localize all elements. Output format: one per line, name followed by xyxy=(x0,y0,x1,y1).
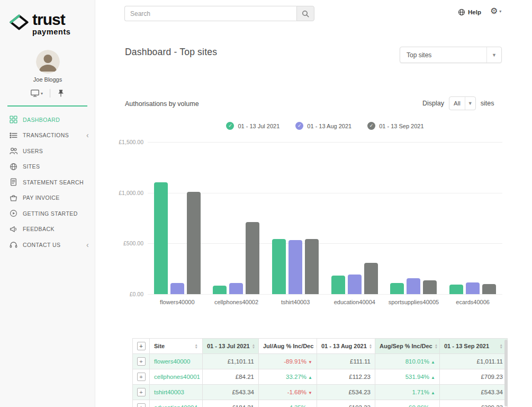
sep-value-cell: £709.23 xyxy=(440,369,508,385)
sidebar-item-statement-search[interactable]: STATEMENT SEARCH xyxy=(0,174,95,190)
expand-row-button[interactable]: + xyxy=(137,357,146,366)
chevron-left-icon: ‹ xyxy=(86,131,89,139)
bar-education40004[interactable] xyxy=(331,276,345,294)
bar-education40004[interactable] xyxy=(364,263,378,294)
sidebar-item-dashboard[interactable]: DASHBOARD xyxy=(0,112,95,128)
monitor-icon xyxy=(31,90,39,97)
bar-sportsupplies40005[interactable] xyxy=(390,283,404,294)
bar-sportsupplies40005[interactable] xyxy=(423,280,437,294)
x-axis-label: flowers40000 xyxy=(154,299,201,305)
table-header-row: +Site▲▼01 - 13 Jul 2021▲▼Jul/Aug % Inc/D… xyxy=(133,339,508,354)
bar-tshirt40003[interactable] xyxy=(272,239,286,294)
help-button[interactable]: Help xyxy=(458,8,481,16)
display-count-select[interactable]: All ▼ xyxy=(449,96,476,110)
table-row: +cellphones40001£84.2133.27%▲£112.23531.… xyxy=(133,369,508,385)
site-link[interactable]: flowers40000 xyxy=(154,358,190,365)
legend-item[interactable]: ✓01 - 13 Sep 2021 xyxy=(367,122,423,130)
sidebar-item-users[interactable]: USERS xyxy=(0,143,95,159)
sidebar-item-pay-invoice[interactable]: PAY INVOICE xyxy=(0,190,95,206)
feedback-icon xyxy=(10,225,17,233)
x-axis-label: ecards40006 xyxy=(449,299,496,305)
help-label: Help xyxy=(468,9,481,15)
trend-down-icon: ▼ xyxy=(308,360,312,365)
expand-row-button[interactable]: + xyxy=(137,388,146,396)
display-count-value: All xyxy=(449,100,465,107)
bar-tshirt40003[interactable] xyxy=(288,240,302,294)
bar-flowers40000[interactable] xyxy=(154,182,168,294)
search-input[interactable] xyxy=(124,6,296,21)
getting-started-icon xyxy=(10,209,17,217)
bar-cellphones40002[interactable] xyxy=(213,286,227,294)
bar-flowers40000[interactable] xyxy=(187,192,201,295)
pin-button[interactable] xyxy=(57,90,65,97)
jul-aug-pct-cell: -89.91%▼ xyxy=(259,354,317,369)
x-axis-label: education40004 xyxy=(331,299,378,305)
bar-ecards40006[interactable] xyxy=(466,282,480,294)
aug-value-cell: £192.23 xyxy=(317,400,375,407)
sidebar-item-label: CONTACT US xyxy=(23,242,60,248)
legend-label: 01 - 13 Sep 2021 xyxy=(379,123,423,129)
chevron-down-icon: ▾ xyxy=(499,9,501,14)
bar-tshirt40003[interactable] xyxy=(305,239,319,294)
aug-sep-pct-cell: 531.94%▲ xyxy=(375,369,440,385)
aug-value-cell: £111.11 xyxy=(317,354,375,369)
bar-chart: flowers40000cellphones40002tshirt40003ed… xyxy=(106,142,503,317)
sort-icon[interactable]: ▲▼ xyxy=(369,343,372,349)
avatar[interactable] xyxy=(36,50,60,74)
sort-icon[interactable]: ▲▼ xyxy=(435,343,438,349)
statement-search-icon xyxy=(10,178,17,186)
column-header-label: Jul/Aug % Inc/Dec xyxy=(263,343,313,349)
bar-flowers40000[interactable] xyxy=(170,283,184,294)
sidebar-item-sites[interactable]: SITES xyxy=(0,159,95,175)
bar-ecards40006[interactable] xyxy=(482,284,496,294)
column-header[interactable]: Aug/Sep % Inc/Dec▲▼ xyxy=(375,339,440,354)
bar-cellphones40002[interactable] xyxy=(229,283,243,295)
aug-sep-pct-cell: 810.01%▲ xyxy=(375,354,440,369)
workstation-selector[interactable]: ▾ xyxy=(31,90,43,97)
aug-value-cell: £112.23 xyxy=(317,369,375,385)
column-header-label: Site xyxy=(154,343,165,349)
site-link[interactable]: tshirt40003 xyxy=(154,389,184,395)
settings-menu[interactable]: ⚙ ▾ xyxy=(490,7,501,15)
sidebar-item-transactions[interactable]: TRANSACTIONS‹ xyxy=(0,128,95,144)
sort-icon[interactable]: ▲▼ xyxy=(252,343,255,349)
sites-suffix-label: sites xyxy=(481,100,494,107)
sidebar-item-contact-us[interactable]: CONTACT US‹ xyxy=(0,237,95,253)
sort-icon[interactable]: ▲▼ xyxy=(195,343,198,349)
table-row: +education40004£184.214.35%▲£192.2360.86… xyxy=(133,400,508,407)
trend-up-icon: ▲ xyxy=(308,375,312,380)
bar-sportsupplies40005[interactable] xyxy=(407,278,420,294)
plot-area xyxy=(148,142,502,294)
bar-group-ecards40006 xyxy=(449,282,496,294)
jul-value-cell: £84.21 xyxy=(203,369,259,385)
sidebar-item-feedback[interactable]: FEEDBACK xyxy=(0,222,95,237)
bar-education40004[interactable] xyxy=(348,275,362,294)
x-axis-label: tshirt40003 xyxy=(272,299,319,305)
site-link[interactable]: education40004 xyxy=(154,404,197,407)
report-select[interactable]: Top sites ▼ xyxy=(400,47,502,63)
sort-icon[interactable]: ▲▼ xyxy=(500,343,503,349)
legend-item[interactable]: ✓01 - 13 Jul 2021 xyxy=(226,122,279,130)
legend-item[interactable]: ✓01 - 13 Aug 2021 xyxy=(295,122,351,130)
expand-row-button[interactable]: + xyxy=(137,403,146,407)
sidebar-item-label: SITES xyxy=(23,163,40,170)
column-header[interactable]: 01 - 13 Aug 2021▲▼ xyxy=(317,339,375,354)
check-icon: ✓ xyxy=(367,122,375,130)
sidebar-item-getting-started[interactable]: GETTING STARTED xyxy=(0,206,95,222)
column-header[interactable]: 01 - 13 Jul 2021▲▼ xyxy=(203,339,259,354)
column-header[interactable]: Jul/Aug % Inc/Dec▲▼ xyxy=(259,339,317,354)
users-icon xyxy=(10,147,17,155)
bar-cellphones40002[interactable] xyxy=(246,222,259,294)
search-icon xyxy=(302,10,309,17)
y-tick-label: £0.00 xyxy=(106,291,143,297)
chevron-down-icon: ▼ xyxy=(486,47,501,63)
expand-all-button[interactable]: + xyxy=(137,342,146,350)
expand-row-button[interactable]: + xyxy=(137,373,146,381)
column-header[interactable]: 01 - 13 Sep 2021▲▼ xyxy=(440,339,508,354)
scrollbar-thumb[interactable] xyxy=(504,340,508,406)
search-button[interactable] xyxy=(296,6,314,21)
bar-ecards40006[interactable] xyxy=(449,285,463,294)
jul-value-cell: £1,101.11 xyxy=(203,354,259,369)
column-header[interactable]: Site▲▼ xyxy=(150,339,203,354)
site-link[interactable]: cellphones40001 xyxy=(154,374,200,380)
